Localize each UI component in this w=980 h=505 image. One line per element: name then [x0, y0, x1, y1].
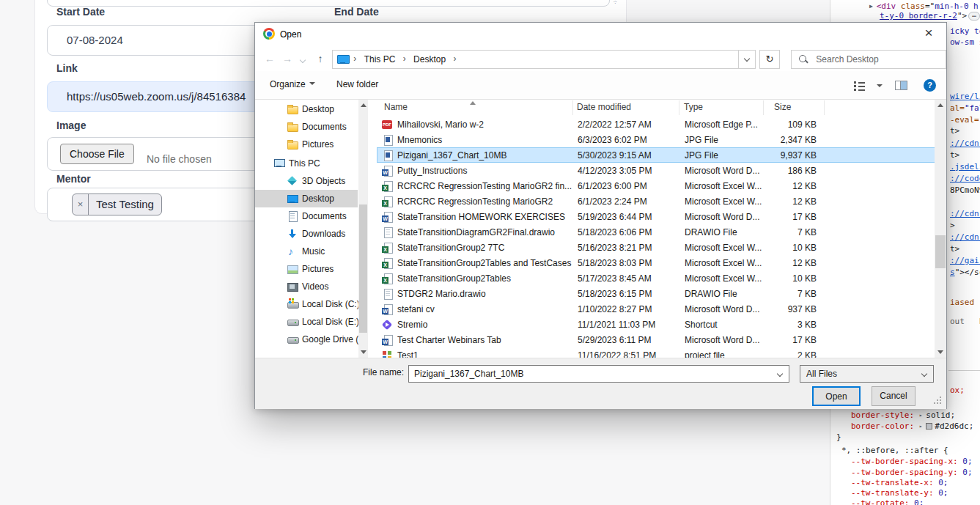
file-date-cell: 5/29/2023 6:11 PM [578, 335, 652, 345]
excel-file-icon [381, 196, 393, 207]
cancel-button[interactable]: Cancel [872, 386, 915, 406]
sidebar-item-videos[interactable]: Videos [255, 278, 358, 295]
file-list-scrollbar[interactable] [935, 100, 946, 358]
file-row[interactable]: StateTransitionGroup2Tables5/17/2023 8:4… [377, 270, 946, 286]
file-row[interactable]: stefani cv1/10/2022 8:27 PMMicrosoft Wor… [377, 301, 946, 317]
forward-button[interactable]: → [279, 50, 296, 69]
file-row[interactable]: Test111/16/2022 8:51 PMproject file2 KB [377, 347, 946, 358]
file-row[interactable]: StateTransitionDiagramGR2Final.drawio5/1… [377, 224, 946, 240]
address-dropdown-button[interactable] [738, 50, 756, 69]
file-name-label: File name: [363, 367, 404, 377]
remove-tag-icon[interactable]: × [73, 194, 89, 215]
choose-file-button[interactable]: Choose File [60, 144, 134, 164]
file-row[interactable]: Putty_Instructions4/12/2023 3:05 PMMicro… [377, 163, 946, 178]
sidebar-item-this-pc[interactable]: This PC [255, 155, 358, 172]
file-row[interactable]: Test Charter Webinars Tab5/29/2023 6:11 … [377, 332, 946, 347]
file-name-cell: Test1 [397, 350, 419, 358]
file-name-input[interactable]: Pizigani_1367_Chart_10MB [408, 365, 789, 383]
file-row[interactable]: RCRCRC RegressionTesting MarioGR2 fin...… [377, 178, 946, 193]
sidebar-item-desktop[interactable]: Desktop [255, 190, 358, 207]
chevron-down-icon [921, 371, 927, 377]
file-row[interactable]: Mnemonics6/3/2023 6:02 PMJPG File2,347 K… [377, 132, 946, 147]
organize-button[interactable]: Organize [270, 79, 315, 89]
breadcrumb-this-pc[interactable]: This PC [361, 51, 399, 68]
new-folder-button[interactable]: New folder [336, 79, 378, 89]
sidebar-item-documents[interactable]: Documents [255, 207, 358, 225]
preview-pane-icon[interactable] [895, 81, 907, 90]
jpg-file-icon [381, 150, 393, 161]
file-size-cell: 10 KB [765, 273, 817, 284]
sidebar-item-google-drive-g[interactable]: Google Drive (G: [255, 331, 358, 348]
file-type-cell: Microsoft Excel W... [685, 243, 762, 253]
column-separator[interactable] [763, 100, 764, 115]
scroll-up-icon[interactable] [358, 100, 368, 110]
search-input[interactable]: Search Desktop [816, 51, 878, 68]
column-separator[interactable] [572, 100, 573, 115]
help-icon[interactable]: ? [924, 79, 936, 92]
devtools-code-fragment: t> [950, 244, 959, 254]
file-date-cell: 11/16/2022 8:51 PM [578, 350, 656, 358]
file-row[interactable]: StateTransitionGroup2 7TC5/16/2023 8:21 … [377, 240, 946, 255]
view-mode-chevron-icon[interactable] [877, 84, 883, 90]
scroll-up-icon[interactable] [935, 100, 946, 110]
recent-locations-button[interactable] [296, 50, 309, 69]
file-row[interactable]: STDGR2 Mario.drawio5/18/2023 6:15 PMDRAW… [377, 286, 946, 301]
sidebar-scrollbar-thumb[interactable] [359, 204, 367, 333]
scroll-down-icon[interactable] [935, 347, 946, 358]
sidebar-scrollbar[interactable] [358, 100, 368, 358]
file-date-cell: 1/10/2022 8:27 PM [578, 304, 652, 314]
sidebar-item-3d-objects[interactable]: 3D Objects [255, 172, 358, 190]
file-row[interactable]: StateTransitionGroup2Tables and TestCase… [377, 255, 946, 270]
open-button[interactable]: Open [812, 386, 861, 406]
file-name-cell: STDGR2 Mario.drawio [397, 289, 486, 299]
sidebar-item-documents[interactable]: Documents [255, 118, 358, 136]
column-separator[interactable] [824, 100, 825, 115]
column-header-size[interactable]: Size [774, 102, 791, 112]
description-field-partial[interactable] [47, 0, 610, 7]
project-file-icon [381, 350, 393, 358]
sidebar-item-local-disk-c[interactable]: Local Disk (C:) [255, 295, 358, 313]
scroll-down-icon[interactable] [358, 347, 368, 358]
devtools-code-fragment: ox; [950, 386, 965, 395]
sidebar-item-desktop[interactable]: Desktop [255, 100, 358, 118]
devtools-html-line: ▶ <div class="min-h-0 h [869, 1, 979, 11]
column-header-type[interactable]: Type [684, 102, 703, 112]
column-header-name[interactable]: Name [384, 102, 408, 112]
mentor-tag-label: Test Testing [89, 194, 161, 215]
file-type-select[interactable]: All Files [800, 365, 934, 383]
file-row[interactable]: Stremio11/1/2021 11:03 PMShortcut3 KB [377, 317, 946, 332]
file-name-cell: StateTransitionGroup2Tables [397, 273, 511, 284]
textarea-resize-grip[interactable]: ⁘ [613, 1, 619, 6]
file-size-cell: 3 KB [765, 320, 817, 330]
sidebar-item-pictures[interactable]: Pictures [255, 260, 358, 278]
file-row[interactable]: Pizigani_1367_Chart_10MB5/30/2023 9:15 A… [377, 147, 946, 163]
sidebar-item-downloads[interactable]: Downloads [255, 225, 358, 243]
dialog-titlebar[interactable]: Open × [255, 23, 946, 45]
refresh-button[interactable]: ↻ [759, 50, 780, 69]
file-row[interactable]: Mihailovski, Mario w-22/2/2022 12:57 AMM… [377, 117, 946, 132]
devtools-code-fragment: t> [950, 126, 959, 136]
column-header-date-modified[interactable]: Date modified [577, 102, 631, 112]
breadcrumb-desktop[interactable]: Desktop [410, 51, 449, 68]
column-separator[interactable] [679, 100, 679, 115]
file-row[interactable]: RCRCRC RegressionTesting MarioGR26/1/202… [377, 193, 946, 209]
dialog-resize-grip[interactable] [940, 397, 941, 398]
file-row[interactable]: StateTransition HOMEWORK EXERCISES5/19/2… [377, 209, 946, 224]
file-size-cell: 937 KB [765, 304, 817, 314]
view-mode-icon[interactable] [854, 81, 865, 90]
up-button[interactable]: ↑ [311, 50, 330, 69]
sidebar-item-music[interactable]: Music [255, 243, 358, 260]
devtools-css-line: border-color: ▸ #d2d6dc; [851, 421, 973, 431]
file-name-cell: RCRCRC RegressionTesting MarioGR2 fin... [397, 181, 572, 191]
file-list-scrollbar-thumb[interactable] [935, 235, 946, 268]
back-button[interactable]: ← [261, 50, 279, 69]
search-box[interactable]: Search Desktop [791, 50, 946, 69]
file-open-dialog: Open × ← → ↑ › This PC › Desktop › ↻ Sea… [254, 22, 947, 409]
breadcrumb[interactable]: › This PC › Desktop › [332, 50, 739, 69]
devtools-css-line: --tw-translate-x: 0; [851, 478, 948, 487]
close-icon[interactable]: × [913, 23, 945, 45]
file-type-cell: Microsoft Word D... [685, 212, 759, 222]
sidebar-item-pictures[interactable]: Pictures [255, 136, 358, 153]
sidebar-item-local-disk-e[interactable]: Local Disk (E:) [255, 313, 358, 331]
sidebar-item-label: Documents [302, 211, 347, 221]
